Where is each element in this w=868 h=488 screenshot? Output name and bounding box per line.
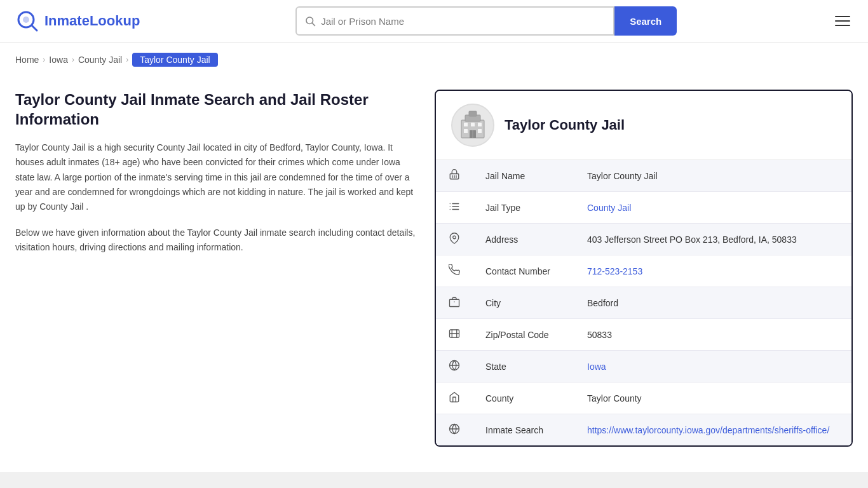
hamburger-line1 [835, 16, 850, 17]
table-row: County Taylor County [436, 383, 851, 414]
info-value: 50833 [587, 330, 612, 340]
svg-rect-26 [450, 299, 459, 306]
info-label: City [473, 287, 574, 319]
svg-rect-7 [469, 111, 477, 116]
svg-point-25 [453, 236, 456, 239]
breadcrumb-sep1: › [43, 55, 45, 64]
svg-rect-11 [464, 129, 468, 133]
table-row: Inmate Search https://www.taylorcounty.i… [436, 414, 851, 446]
info-value: Taylor County Jail [587, 171, 658, 181]
left-column: Taylor County Jail Inmate Search and Jai… [15, 90, 435, 447]
info-value-cell: 403 Jefferson Street PO Box 213, Bedford… [574, 224, 851, 255]
description-1: Taylor County Jail is a high security Co… [15, 140, 416, 214]
info-value-cell: Taylor County Jail [574, 160, 851, 192]
search-input[interactable] [321, 16, 606, 27]
svg-rect-9 [471, 123, 475, 126]
info-value-cell: Taylor County [574, 383, 851, 414]
search-button[interactable]: Search [614, 6, 677, 36]
svg-line-4 [313, 23, 315, 25]
svg-rect-10 [478, 123, 482, 126]
info-label: County [473, 383, 574, 414]
footer-bar [0, 472, 868, 488]
logo-icon [15, 9, 39, 33]
card-title: Taylor County Jail [505, 117, 625, 133]
table-row: City Bedford [436, 287, 851, 319]
right-column: Taylor County Jail Jail Name Taylor Coun… [435, 90, 853, 447]
info-label: Jail Name [473, 160, 574, 192]
inmate-search-link[interactable]: https://www.taylorcounty.iowa.gov/depart… [587, 425, 829, 435]
info-label: State [473, 351, 574, 383]
info-label: Jail Type [473, 192, 574, 224]
card-header: Taylor County Jail [436, 91, 851, 160]
jail-icon [436, 160, 473, 192]
info-value-cell: Bedford [574, 287, 851, 319]
state-icon [436, 351, 473, 383]
info-value-cell: 50833 [574, 319, 851, 351]
info-table: Jail Name Taylor County Jail Jail Type C… [436, 160, 851, 445]
info-label: Address [473, 224, 574, 255]
breadcrumb-sep3: › [126, 55, 128, 64]
search-wrapper [295, 6, 614, 36]
info-value: Bedford [587, 298, 618, 308]
contact-link[interactable]: 712-523-2153 [587, 266, 642, 276]
breadcrumb-home[interactable]: Home [15, 55, 39, 65]
location-icon [436, 224, 473, 255]
svg-point-2 [23, 17, 29, 23]
info-value-cell: Iowa [574, 351, 851, 383]
breadcrumb-current: Taylor County Jail [132, 53, 218, 67]
table-row: Zip/Postal Code 50833 [436, 319, 851, 351]
jail-avatar [451, 104, 494, 147]
phone-icon [436, 255, 473, 287]
jail-type-link[interactable]: County Jail [587, 203, 631, 213]
table-row: State Iowa [436, 351, 851, 383]
search-bar: Search [295, 6, 677, 36]
table-row: Jail Type County Jail [436, 192, 851, 224]
svg-rect-8 [464, 123, 468, 126]
info-value-cell: https://www.taylorcounty.iowa.gov/depart… [574, 414, 851, 446]
logo-text: InmateLookup [44, 13, 140, 29]
table-row: Address 403 Jefferson Street PO Box 213,… [436, 224, 851, 255]
info-label: Inmate Search [473, 414, 574, 446]
info-label: Zip/Postal Code [473, 319, 574, 351]
county-icon [436, 383, 473, 414]
svg-line-1 [32, 25, 37, 30]
table-row: Contact Number 712-523-2153 [436, 255, 851, 287]
building-icon [456, 109, 489, 142]
table-row: Jail Name Taylor County Jail [436, 160, 851, 192]
state-link[interactable]: Iowa [587, 362, 606, 372]
info-card: Taylor County Jail Jail Name Taylor Coun… [435, 90, 853, 447]
page-heading: Taylor County Jail Inmate Search and Jai… [15, 90, 416, 129]
hamburger-line3 [835, 25, 850, 26]
breadcrumb-sep2: › [72, 55, 74, 64]
breadcrumb-iowa[interactable]: Iowa [49, 55, 68, 65]
info-value-cell: County Jail [574, 192, 851, 224]
city-icon [436, 287, 473, 319]
zip-icon [436, 319, 473, 351]
breadcrumb: Home › Iowa › County Jail › Taylor Count… [0, 43, 868, 77]
breadcrumb-county-jail[interactable]: County Jail [78, 55, 122, 65]
svg-rect-12 [478, 129, 482, 133]
info-value: Taylor County [587, 393, 642, 403]
hamburger-line2 [835, 20, 850, 22]
info-value-cell: 712-523-2153 [574, 255, 851, 287]
info-value: 403 Jefferson Street PO Box 213, Bedford… [587, 234, 797, 245]
main-content: Taylor County Jail Inmate Search and Jai… [0, 77, 868, 472]
menu-button[interactable] [832, 11, 853, 31]
globe-icon [436, 414, 473, 446]
type-icon [436, 192, 473, 224]
description-2: Below we have given information about th… [15, 226, 416, 255]
logo[interactable]: InmateLookup [15, 9, 140, 33]
info-label: Contact Number [473, 255, 574, 287]
search-icon [304, 15, 316, 27]
